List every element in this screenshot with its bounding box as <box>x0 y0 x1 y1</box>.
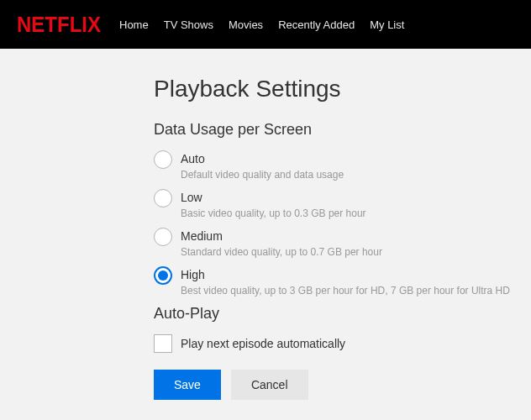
radio-text: High Best video quality, up to 3 GB per … <box>181 266 510 297</box>
main-nav: Home TV Shows Movies Recently Added My L… <box>119 18 404 31</box>
page-title: Playback Settings <box>154 76 531 102</box>
radio-desc: Standard video quality, up to 0.7 GB per… <box>181 246 382 258</box>
content: Playback Settings Data Usage per Screen … <box>0 49 531 400</box>
header: NETFLIX Home TV Shows Movies Recently Ad… <box>0 0 531 49</box>
radio-option-auto[interactable]: Auto Default video quality and data usag… <box>154 150 531 181</box>
radio-icon <box>154 266 172 285</box>
button-row: Save Cancel <box>154 370 531 400</box>
nav-my-list[interactable]: My List <box>370 18 404 31</box>
radio-desc: Basic video quality, up to 0.3 GB per ho… <box>181 207 366 219</box>
radio-desc: Best video quality, up to 3 GB per hour … <box>181 285 510 297</box>
radio-option-high[interactable]: High Best video quality, up to 3 GB per … <box>154 266 531 297</box>
checkbox-icon <box>154 334 172 353</box>
nav-home[interactable]: Home <box>119 18 149 31</box>
radio-text: Medium Standard video quality, up to 0.7… <box>181 228 382 258</box>
autoplay-label: Play next episode automatically <box>181 337 345 350</box>
radio-icon <box>154 150 172 169</box>
radio-option-medium[interactable]: Medium Standard video quality, up to 0.7… <box>154 228 531 258</box>
nav-movies[interactable]: Movies <box>229 18 263 31</box>
nav-recently-added[interactable]: Recently Added <box>278 18 355 31</box>
cancel-button[interactable]: Cancel <box>231 370 308 400</box>
netflix-logo[interactable]: NETFLIX <box>17 12 101 38</box>
radio-icon <box>154 228 172 246</box>
auto-play-title: Auto-Play <box>154 305 531 323</box>
save-button[interactable]: Save <box>154 370 221 400</box>
radio-label: Medium <box>181 228 382 244</box>
radio-text: Low Basic video quality, up to 0.3 GB pe… <box>181 189 366 219</box>
radio-icon <box>154 189 172 207</box>
radio-option-low[interactable]: Low Basic video quality, up to 0.3 GB pe… <box>154 189 531 219</box>
radio-desc: Default video quality and data usage <box>181 169 344 181</box>
radio-text: Auto Default video quality and data usag… <box>181 150 344 181</box>
nav-tv-shows[interactable]: TV Shows <box>164 18 213 31</box>
radio-label: High <box>181 266 510 283</box>
data-usage-title: Data Usage per Screen <box>154 121 531 139</box>
data-usage-radio-group: Auto Default video quality and data usag… <box>154 150 531 297</box>
radio-label: Auto <box>181 150 344 167</box>
autoplay-checkbox-row[interactable]: Play next episode automatically <box>154 334 531 353</box>
radio-label: Low <box>181 189 366 206</box>
